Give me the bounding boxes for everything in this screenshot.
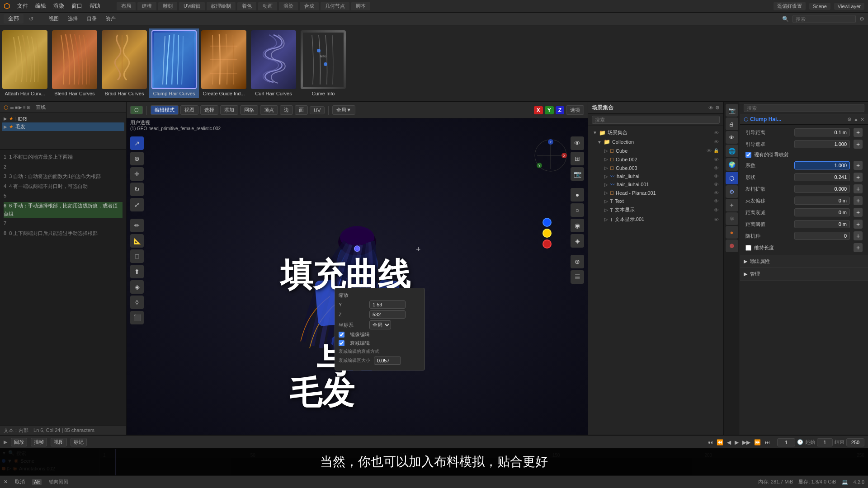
scene-item-cube[interactable]: ▷ ◻ Cube 👁 🔒 [590, 146, 722, 155]
edit-mode-btn[interactable]: 编辑模式 [151, 105, 179, 115]
overlay-btn[interactable]: ☰ [571, 270, 584, 284]
bundle-offset-add[interactable]: + [854, 196, 863, 205]
viewport-all-select[interactable]: 全局▼ [332, 105, 355, 115]
tab-sculpt[interactable]: 雕刻 [158, 2, 177, 10]
clump-expand-icon[interactable]: ▲ [854, 117, 859, 122]
scene-item-text-display[interactable]: ▷ T 文本显示 👁 [590, 205, 722, 215]
scene-selector[interactable]: Scene [809, 3, 830, 10]
eye-icon-cube003[interactable]: 👁 [714, 165, 719, 171]
scene-item-text-display001[interactable]: ▷ T 文本显示.001 👁 [590, 215, 722, 224]
clump-close-icon[interactable]: ✕ [860, 117, 864, 122]
tab-scripting[interactable]: 脚本 [351, 2, 370, 10]
scale-tool[interactable]: ⤢ [130, 198, 144, 211]
random-seed-value[interactable]: 0 [794, 232, 850, 240]
tab-layout[interactable]: 布局 [117, 2, 136, 10]
view-layer-selector[interactable]: ViewLayer [834, 3, 864, 10]
inset-tool[interactable]: ◈ [130, 280, 144, 294]
view-camera-btn[interactable]: 📷 [571, 167, 584, 181]
viewport-face-btn[interactable]: 面 [295, 105, 308, 115]
loop-cut-tool[interactable]: ⬛ [130, 311, 144, 324]
playback-label[interactable]: 回放 [11, 438, 27, 446]
view-perspective-btn[interactable]: 👁 [571, 136, 584, 150]
jump-start-btn[interactable]: ⏮ [708, 439, 713, 446]
y-btn[interactable]: Y [545, 106, 554, 114]
extrude-tool[interactable]: ⬆ [130, 265, 144, 278]
modal-decay-checkbox[interactable] [339, 340, 344, 346]
eye-icon-text-display001[interactable]: 👁 [714, 217, 719, 222]
props-icon-view[interactable]: 👁 [726, 131, 738, 144]
coefficient-add[interactable]: + [854, 161, 863, 170]
measure-tool[interactable]: 📐 [130, 234, 144, 248]
viewport-select-btn[interactable]: 选择 [200, 105, 218, 115]
x-btn[interactable]: X [534, 106, 543, 114]
viewport-mesh-btn[interactable]: 网格 [240, 105, 258, 115]
scene-view-icon[interactable]: 👁 [708, 105, 713, 111]
eye-icon-liuhai[interactable]: 👁 [714, 174, 719, 179]
coefficient-value[interactable]: 1.000 [794, 161, 850, 169]
menu-view[interactable]: 视图 [46, 14, 61, 23]
tool-select-mode[interactable]: ⬡ [130, 106, 143, 114]
guide-distance-value[interactable]: 0.1 m [794, 128, 850, 136]
viewport-edge-btn[interactable]: 边 [280, 105, 293, 115]
play-btn[interactable]: ▶ [735, 439, 739, 446]
scene-item-hair-liuhai[interactable]: ▷ 〰 hair_liuhai 👁 [590, 172, 722, 180]
eye-icon-head[interactable]: 👁 [714, 190, 719, 196]
asset-attach-hair[interactable]: Attach Hair Curv... [0, 28, 50, 98]
props-icon-material[interactable]: ● [726, 226, 738, 239]
asset-blend-hair[interactable]: Blend Hair Curves [50, 28, 99, 98]
asset-braid-hair[interactable]: Braid Hair Curves [99, 28, 149, 98]
menu-help[interactable]: 帮助 [90, 2, 100, 10]
props-search-input[interactable] [744, 104, 864, 112]
eye-icon-liuhai001[interactable]: 👁 [714, 182, 719, 187]
jump-end-btn[interactable]: ⏭ [764, 439, 770, 446]
interpolation-label[interactable]: 插帧 [31, 438, 47, 446]
menu-render[interactable]: 渲染 [53, 2, 64, 10]
scene-item-collection[interactable]: ▼ 📁 Collection 👁 [590, 137, 722, 146]
marker-label[interactable]: 标记 [71, 438, 87, 446]
tab-texture-paint[interactable]: 纹理绘制 [207, 2, 236, 10]
modal-coord-select[interactable]: 全局 [369, 320, 391, 329]
tab-modeling[interactable]: 建模 [137, 2, 156, 10]
tab-render[interactable]: 渲染 [279, 2, 298, 10]
end-frame-input[interactable] [846, 438, 864, 446]
props-icon-scene[interactable]: 🌐 [726, 145, 738, 157]
eye-icon-text-display[interactable]: 👁 [714, 207, 719, 213]
modal-z-input[interactable] [369, 310, 406, 319]
output-section-header[interactable]: ▶ 输出属性 [740, 255, 868, 267]
tab-compositing[interactable]: 合成 [300, 2, 319, 10]
tree-item-hair[interactable]: ▶ ★ 毛发 [2, 122, 124, 131]
distance-threshold-value[interactable]: 0 m [794, 220, 850, 228]
asset-curl-hair[interactable]: Curl Hair Curves [249, 28, 298, 98]
refresh-button[interactable]: ↺ [29, 16, 33, 22]
guide-distance-add[interactable]: + [854, 128, 863, 137]
random-seed-add[interactable]: + [854, 231, 863, 240]
distance-threshold-add[interactable]: + [854, 220, 863, 229]
asset-curve-info[interactable]: Info Curve Info [298, 28, 348, 98]
menu-catalog[interactable]: 目录 [84, 14, 99, 23]
menu-edit[interactable]: 编辑 [35, 2, 46, 10]
tree-item-hdri[interactable]: ▶ ★ HDRI [2, 115, 124, 122]
tip-spread-add[interactable]: + [854, 184, 863, 193]
existing-guide-checkbox[interactable] [745, 152, 751, 158]
viewport-3d-content[interactable]: + 填充曲线 与 毛发 缩放 Y Z [127, 118, 588, 435]
filter-preference[interactable]: 遥偏好设置 [774, 2, 806, 10]
props-icon-render[interactable]: 📷 [726, 104, 738, 117]
modal-mirror-checkbox[interactable] [339, 332, 344, 338]
scene-item-cube002[interactable]: ▷ ◻ Cube.002 👁 [590, 155, 722, 164]
distance-decay-value[interactable]: 0 m [794, 208, 850, 216]
z-btn[interactable]: Z [556, 106, 564, 114]
view-ortho-btn[interactable]: ⊞ [571, 152, 584, 165]
distance-decay-add[interactable]: + [854, 208, 863, 217]
eye-icon-cube[interactable]: 👁 [707, 148, 712, 154]
menu-window[interactable]: 窗口 [71, 2, 82, 10]
scene-item-head-planar[interactable]: ▷ ◻ Head - Planar.001 👁 [590, 188, 722, 197]
shading-render-btn[interactable]: ◈ [571, 234, 584, 248]
current-frame-input[interactable] [777, 438, 795, 446]
move-tool[interactable]: ✛ [130, 167, 144, 181]
bevel-tool[interactable]: ◊ [130, 296, 144, 309]
filter-icon[interactable]: ⚙ [859, 16, 864, 22]
eye-icon-text[interactable]: 👁 [714, 198, 719, 204]
gizmo-btn[interactable]: ⊕ [571, 255, 584, 268]
clump-settings-icon[interactable]: ⚙ [847, 117, 852, 122]
modal-decay-size-input[interactable] [374, 357, 401, 365]
